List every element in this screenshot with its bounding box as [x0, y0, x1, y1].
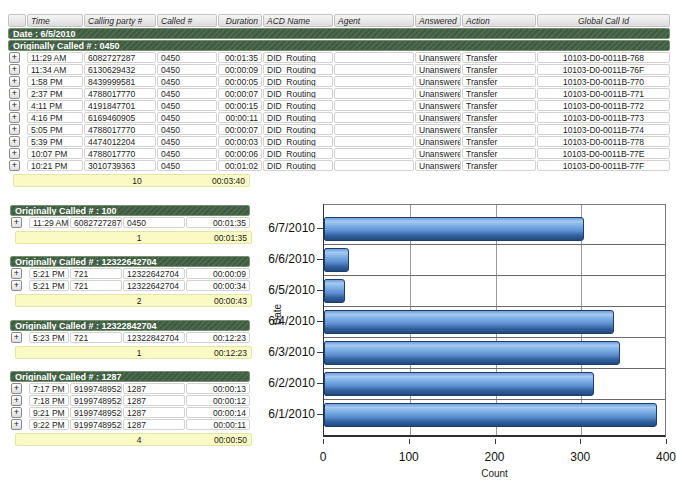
- cell-answered: Unanswered: [415, 148, 461, 159]
- cell-gcid: 10103-D0-0011B-76F: [537, 64, 670, 75]
- x-tick-label: 300: [558, 450, 602, 464]
- y-axis-tick: [317, 259, 323, 260]
- cell-time: 7:17 PM: [29, 383, 69, 394]
- originally-called-band: Originally Called # : 0450: [8, 40, 670, 51]
- cell-time: 2:37 PM: [27, 88, 83, 99]
- expand-button[interactable]: +: [11, 268, 22, 279]
- report-subgroup: Originally Called # : 100+11:29 AM608272…: [10, 205, 250, 244]
- group-summary-row: 100:12:23: [15, 346, 252, 359]
- expand-button[interactable]: +: [9, 64, 20, 75]
- x-axis-tick: [666, 439, 667, 444]
- cell-gcid: 10103-D0-0011B-770: [537, 76, 670, 87]
- expand-cell: +: [10, 268, 28, 279]
- expand-cell: +: [10, 217, 28, 228]
- y-tick-label: 6/6/2010: [253, 252, 315, 266]
- cell-answered: Unanswered: [415, 100, 461, 111]
- table-header-row: TimeCalling party #Called #DurationACD N…: [8, 14, 670, 27]
- cell-called: 1287: [123, 395, 185, 406]
- cell-calling: 9199748952: [70, 395, 122, 406]
- cell-time: 7:18 PM: [29, 395, 69, 406]
- cell-time: 5:21 PM: [29, 280, 69, 291]
- cell-duration: 00:00:11: [186, 419, 250, 430]
- cell-agent: [334, 64, 414, 75]
- cell-acd: DID_Routing: [263, 148, 333, 159]
- expand-button[interactable]: +: [11, 383, 22, 394]
- horizontal-gridline: [324, 368, 665, 369]
- column-header-action: Action: [462, 14, 536, 27]
- bar-6-4-2010: [324, 310, 614, 334]
- expand-button[interactable]: +: [9, 124, 20, 135]
- expand-button[interactable]: +: [9, 76, 20, 87]
- bar-6-2-2010: [324, 372, 594, 396]
- cell-time: 5:21 PM: [29, 268, 69, 279]
- expand-cell: +: [10, 395, 28, 406]
- x-tick-label: 200: [473, 450, 517, 464]
- cell-calling: 4474012204: [84, 136, 156, 147]
- cell-calling: 9199748952: [70, 383, 122, 394]
- x-tick-label: 100: [387, 450, 431, 464]
- summary-call-count: 10: [122, 175, 152, 187]
- expand-button[interactable]: +: [9, 136, 20, 147]
- cell-gcid: 10103-D0-0011B-768: [537, 52, 670, 63]
- cell-calling: 4788017770: [84, 88, 156, 99]
- bar-6-5-2010: [324, 279, 345, 303]
- cell-gcid: 10103-D0-0011B-77E: [537, 148, 670, 159]
- expand-button[interactable]: +: [11, 280, 22, 291]
- cell-time: 11:29 AM: [27, 52, 83, 63]
- y-tick-label: 6/4/2010: [253, 314, 315, 328]
- y-tick-label: 6/2/2010: [253, 376, 315, 390]
- summary-call-count: 1: [124, 232, 154, 244]
- cell-calling: 6082727287: [70, 217, 122, 228]
- expand-cell: +: [8, 136, 26, 147]
- bar-6-3-2010: [324, 341, 620, 365]
- expand-button[interactable]: +: [9, 88, 20, 99]
- cell-action: Transfer: [462, 136, 536, 147]
- cell-time: 10:07 PM: [27, 148, 83, 159]
- cell-calling: 4191847701: [84, 100, 156, 111]
- cell-answered: Unanswered: [415, 124, 461, 135]
- cell-duration: 00:00:05: [218, 76, 262, 87]
- expand-button[interactable]: +: [11, 217, 22, 228]
- expand-button[interactable]: +: [11, 332, 22, 343]
- expand-button[interactable]: +: [11, 419, 22, 430]
- column-header-gcid: Global Call Id: [537, 14, 670, 27]
- cell-calling: 721: [70, 280, 122, 291]
- cell-called: 0450: [157, 52, 217, 63]
- cell-calling: 3010739363: [84, 160, 156, 171]
- cell-acd: DID_Routing: [263, 52, 333, 63]
- column-header-duration: Duration: [218, 14, 262, 27]
- cell-action: Transfer: [462, 76, 536, 87]
- expand-button[interactable]: +: [9, 112, 20, 123]
- cell-answered: Unanswered: [415, 64, 461, 75]
- call-report-viewer: TimeCalling party #Called #DurationACD N…: [0, 0, 676, 485]
- x-axis-tick: [323, 439, 324, 444]
- x-tick-label: 400: [644, 450, 676, 464]
- expand-button[interactable]: +: [9, 160, 20, 171]
- bar-6-1-2010: [324, 403, 657, 427]
- group-summary-row: 1000:03:40: [13, 174, 250, 187]
- table-row: +10:07 PM4788017770045000:00:06DID_Routi…: [8, 148, 670, 159]
- expand-button[interactable]: +: [9, 148, 20, 159]
- date-group-band: Date : 6/5/2010: [8, 28, 670, 39]
- horizontal-gridline: [324, 399, 665, 400]
- y-tick-label: 6/7/2010: [253, 221, 315, 235]
- expand-button[interactable]: +: [11, 407, 22, 418]
- summary-call-count: 1: [124, 347, 154, 359]
- summary-total-duration: 00:03:40: [212, 175, 245, 187]
- expand-button[interactable]: +: [9, 52, 20, 63]
- cell-called: 0450: [157, 76, 217, 87]
- expand-button[interactable]: +: [11, 395, 22, 406]
- cell-duration: 00:00:07: [218, 88, 262, 99]
- cell-calling: 4788017770: [84, 148, 156, 159]
- cell-time: 1:58 PM: [27, 76, 83, 87]
- horizontal-gridline: [324, 337, 665, 338]
- x-axis-tick: [495, 439, 496, 444]
- cell-duration: 00:00:06: [218, 148, 262, 159]
- y-tick-label: 6/3/2010: [253, 345, 315, 359]
- cell-duration: 00:00:14: [186, 407, 250, 418]
- table-row: +1:58 PM8439999581045000:00:05DID_Routin…: [8, 76, 670, 87]
- cell-action: Transfer: [462, 64, 536, 75]
- expand-button[interactable]: +: [9, 100, 20, 111]
- cell-called: 0450: [157, 64, 217, 75]
- table-row: +5:21 PM7211232264270400:00:34: [10, 280, 250, 291]
